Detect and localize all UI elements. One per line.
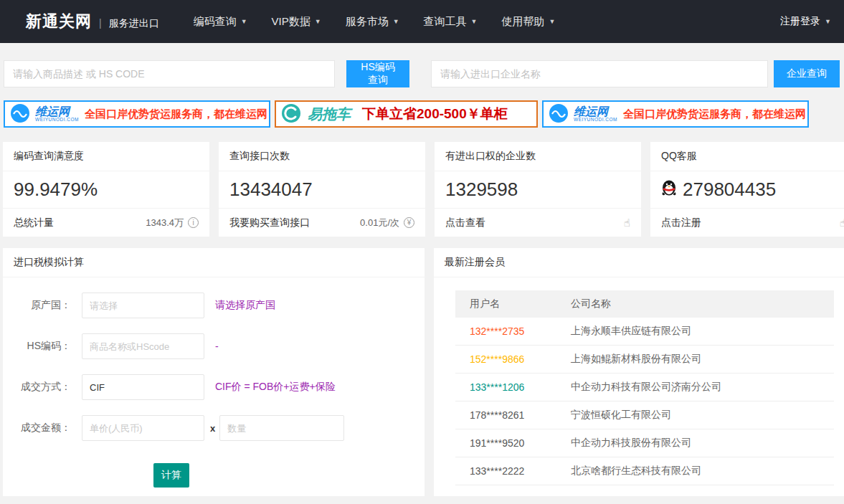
- hs-code-row: HS编码： -: [3, 333, 425, 359]
- calculate-button[interactable]: 计算: [153, 463, 189, 488]
- yituoche-ad-text: 下单立省200-500￥单柜: [362, 105, 508, 123]
- stat-footer: 点击注册 ☝: [650, 208, 844, 237]
- stat-card-qq-service: QQ客服 279804435 点击注册: [650, 142, 844, 237]
- page: 新通关网 | 服务进出口 编码查询 ▼ VIP数据 ▼ 服务市场 ▼ 查询工具 …: [0, 0, 844, 496]
- weiyun-logo-icon: [11, 104, 29, 125]
- nav-item-query-tools[interactable]: 查询工具 ▼: [419, 15, 482, 29]
- latest-members-panel: 最新注册会员 用户名 公司名称 132****2735 上海永顺丰供应链有限公司…: [434, 248, 844, 496]
- stat-value: 13434047: [219, 171, 425, 208]
- members-table-header: 用户名 公司名称: [455, 290, 834, 318]
- weiyun-brand-domain: WEIYUNODI.COM: [574, 118, 617, 123]
- member-row: 132****2735 上海永顺丰供应链有限公司: [455, 318, 834, 346]
- weiyun-brand: 维运网 WEIYUNODI.COM: [35, 106, 79, 123]
- company-search-input[interactable]: [431, 60, 768, 87]
- chevron-down-icon: ▼: [549, 18, 556, 25]
- chevron-down-icon: ▼: [471, 18, 478, 25]
- stat-card-query-count: 查询接口次数 13434047 我要购买查询接口 0.01元/次 ¥: [219, 142, 425, 237]
- unit-price-input[interactable]: [82, 415, 204, 441]
- stat-value: 99.9479%: [3, 171, 209, 208]
- members-panel-title: 最新注册会员: [434, 248, 844, 277]
- member-company: 上海永顺丰供应链有限公司: [571, 325, 691, 338]
- weiyun-ad-banner-right[interactable]: 维运网 WEIYUNODI.COM 全国口岸优势货运服务商，都在维运网: [542, 100, 809, 128]
- stat-footer-value[interactable]: 1343.4万 i: [146, 217, 199, 229]
- banner-row: 维运网 WEIYUNODI.COM 全国口岸优势货运服务商，都在维运网 易拖车 …: [4, 100, 844, 128]
- member-username: 132****2735: [455, 325, 571, 337]
- trade-method-row: 成交方式： CIF价 = FOB价+运费+保险: [3, 374, 425, 400]
- nav-item-help[interactable]: 使用帮助 ▼: [498, 15, 560, 29]
- brand-divider: |: [99, 17, 102, 29]
- origin-country-row: 原产国： 请选择原产国: [3, 293, 425, 318]
- register-login-menu[interactable]: 注册登录 ▼: [780, 15, 844, 28]
- main-nav: 编码查询 ▼ VIP数据 ▼ 服务市场 ▼ 查询工具 ▼ 使用帮助 ▼: [189, 15, 560, 29]
- stats-row: 编码查询满意度 99.9479% 总统计量 1343.4万 i 查询接口次数 1…: [3, 142, 844, 237]
- stat-value: 279804435: [650, 171, 844, 208]
- column-header-username: 用户名: [455, 298, 571, 310]
- stat-footer: 我要购买查询接口 0.01元/次 ¥: [219, 208, 425, 237]
- stat-footer-value[interactable]: ☝: [624, 217, 630, 228]
- weiyun-ad-banner-left[interactable]: 维运网 WEIYUNODI.COM 全国口岸优势货运服务商，都在维运网: [4, 100, 270, 128]
- import-tax-calculator-panel: 进口税模拟计算 原产国： 请选择原产国 HS编码： - 成交方式： CIF价 =…: [3, 248, 425, 496]
- stat-footer: 点击查看 ☝: [435, 208, 641, 237]
- origin-country-select[interactable]: [82, 293, 204, 318]
- member-row: 178****8261 宁波恒硕化工有限公司: [455, 401, 834, 429]
- stat-footer-value[interactable]: 0.01元/次 ¥: [360, 217, 414, 229]
- member-company: 上海如鲲新材料股份有限公司: [571, 353, 701, 366]
- calculator-form: 原产国： 请选择原产国 HS编码： - 成交方式： CIF价 = FOB价+运费…: [3, 277, 425, 488]
- search-section: HS编码查询 企业查询: [4, 60, 844, 87]
- hs-code-hint: -: [215, 341, 219, 352]
- member-row: 133****1206 中企动力科技有限公司济南分公司: [455, 374, 834, 401]
- brand[interactable]: 新通关网 | 服务进出口: [0, 11, 159, 32]
- stat-footer-value-text: 0.01元/次: [360, 217, 399, 229]
- members-table: 用户名 公司名称 132****2735 上海永顺丰供应链有限公司 152***…: [455, 290, 834, 485]
- yituoche-logo-icon: [282, 104, 300, 125]
- yituoche-ad-banner[interactable]: 易拖车 下单立省200-500￥单柜: [275, 100, 538, 128]
- stat-footer-label[interactable]: 点击注册: [661, 217, 701, 229]
- stat-title: 有进出口权的企业数: [435, 142, 641, 171]
- member-username: 133****1206: [455, 381, 571, 393]
- site-logo: 新通关网: [26, 11, 92, 32]
- hs-code-label: HS编码：: [3, 340, 71, 353]
- member-username: 152****9866: [455, 353, 571, 365]
- origin-country-hint: 请选择原产国: [215, 299, 275, 312]
- nav-item-label: 服务市场: [346, 15, 389, 29]
- column-header-company: 公司名称: [571, 298, 611, 310]
- member-username: 178****8261: [455, 409, 571, 421]
- stat-footer-value-text: 1343.4万: [146, 217, 184, 229]
- info-icon[interactable]: i: [188, 217, 199, 228]
- site-tagline: 服务进出口: [109, 17, 159, 30]
- weiyun-brand-name: 维运网: [35, 106, 79, 118]
- trade-amount-label: 成交金额：: [3, 422, 71, 434]
- hs-code-input[interactable]: [82, 333, 204, 359]
- click-hand-icon[interactable]: ☝: [840, 217, 844, 228]
- calculator-panel-title: 进口税模拟计算: [3, 248, 425, 277]
- stat-value: 1329598: [435, 171, 641, 208]
- trade-method-label: 成交方式：: [3, 381, 71, 394]
- stat-card-company-count: 有进出口权的企业数 1329598 点击查看 ☝: [435, 142, 641, 237]
- hs-code-search-input[interactable]: [4, 60, 335, 87]
- trade-method-hint: CIF价 = FOB价+运费+保险: [215, 381, 336, 394]
- member-username: 191****9520: [455, 437, 571, 449]
- nav-item-code-query[interactable]: 编码查询 ▼: [189, 15, 252, 29]
- company-search-button[interactable]: 企业查询: [774, 60, 840, 87]
- weiyun-brand-name: 维运网: [574, 106, 617, 118]
- weiyun-ad-text: 全国口岸优势货运服务商，都在维运网: [85, 108, 267, 121]
- stat-value-text: 279804435: [683, 179, 776, 201]
- stat-footer-label[interactable]: 我要购买查询接口: [229, 217, 310, 229]
- chevron-down-icon: ▼: [393, 18, 399, 25]
- click-hand-icon[interactable]: ☝: [624, 217, 630, 228]
- nav-item-label: 编码查询: [194, 15, 237, 29]
- origin-country-label: 原产国：: [3, 299, 71, 312]
- trade-method-input[interactable]: [82, 374, 204, 400]
- stat-card-satisfaction: 编码查询满意度 99.9479% 总统计量 1343.4万 i: [3, 142, 209, 237]
- chevron-down-icon: ▼: [825, 18, 831, 25]
- stat-footer-label[interactable]: 点击查看: [445, 217, 485, 229]
- quantity-input[interactable]: [219, 415, 344, 441]
- nav-item-service-market[interactable]: 服务市场 ▼: [341, 15, 404, 29]
- stat-footer-value[interactable]: ☝: [840, 217, 844, 228]
- nav-item-vip-data[interactable]: VIP数据 ▼: [267, 15, 326, 29]
- member-row: 133****2222 北京啥都行生态科技有限公司: [455, 457, 834, 485]
- hs-code-search-button[interactable]: HS编码查询: [346, 60, 409, 87]
- navbar: 新通关网 | 服务进出口 编码查询 ▼ VIP数据 ▼ 服务市场 ▼ 查询工具 …: [0, 0, 844, 43]
- register-login-label: 注册登录: [780, 15, 820, 28]
- chevron-down-icon: ▼: [315, 18, 321, 25]
